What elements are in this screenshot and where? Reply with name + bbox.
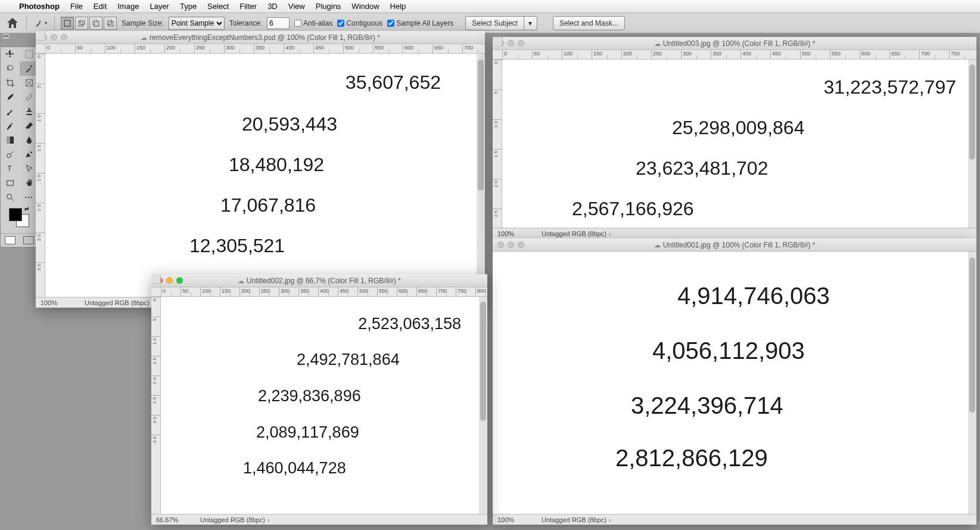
screen-mode-button[interactable]: [23, 236, 34, 244]
antialias-label: Anti-alias: [303, 19, 332, 27]
squares-int-icon: [107, 20, 114, 27]
color-profile[interactable]: Untagged RGB (8bpc)›: [542, 230, 611, 237]
vertical-scrollbar[interactable]: [477, 54, 485, 297]
maximize-button[interactable]: [61, 34, 67, 41]
marquee-icon: [24, 49, 34, 59]
zoom-level[interactable]: 100%: [497, 230, 531, 237]
horizontal-ruler[interactable]: 0501001502002503003504004505005506006507…: [36, 44, 485, 54]
bandage-icon: [24, 92, 34, 102]
vertical-ruler[interactable]: 051 01 52 02 53 03 5: [493, 60, 502, 228]
sample-size-select[interactable]: Point Sample: [169, 17, 225, 30]
foreground-color-swatch[interactable]: [9, 208, 22, 221]
selection-add-button[interactable]: [75, 17, 88, 30]
maximize-button[interactable]: [176, 277, 183, 284]
color-profile[interactable]: Untagged RGB (8bpc)›: [85, 299, 154, 306]
quick-mask-button[interactable]: [5, 236, 15, 244]
dodge-tool[interactable]: [1, 147, 20, 162]
minimize-button[interactable]: [166, 277, 173, 284]
status-bar: 100% Untagged RGB (8bpc)›: [493, 228, 976, 238]
document-window-4: ☁Untitled001.jpg @ 100% (Color Fill 1, R…: [493, 238, 976, 525]
mac-menubar: Photoshop File Edit Image Layer Type Sel…: [0, 0, 980, 13]
gradient-icon: [5, 135, 15, 145]
horizontal-ruler[interactable]: 0501001502002503003504004505005506006507…: [493, 50, 976, 60]
menu-window[interactable]: Window: [351, 2, 379, 11]
color-profile[interactable]: Untagged RGB (8bpc)›: [542, 516, 611, 523]
cloud-icon: ☁: [238, 277, 244, 285]
maximize-button[interactable]: [518, 40, 524, 47]
titlebar[interactable]: ☁removeEverythingExceptNumbers3.psd @ 10…: [36, 31, 485, 44]
text-value: 2,239,836,896: [258, 387, 361, 405]
maximize-button[interactable]: [518, 241, 524, 248]
select-and-mask-button[interactable]: Select and Mask...: [553, 16, 625, 30]
menu-3d[interactable]: 3D: [267, 2, 278, 11]
menu-edit[interactable]: Edit: [94, 2, 107, 11]
text-value: 1,460,044,728: [243, 459, 346, 478]
selection-new-button[interactable]: [61, 17, 74, 30]
canvas[interactable]: 4,914,746,063 4,056,112,903 3,224,396,71…: [493, 252, 968, 514]
horizontal-ruler[interactable]: 0501001502002503003504004505005506006507…: [151, 287, 487, 297]
eyedropper-tool[interactable]: [1, 90, 20, 104]
menu-plugins[interactable]: Plugins: [316, 2, 341, 11]
selection-intersect-button[interactable]: [104, 17, 117, 30]
canvas[interactable]: 2,523,063,158 2,492,781,864 2,239,836,89…: [161, 297, 479, 514]
swap-colors-icon[interactable]: ⇄: [24, 206, 29, 212]
tolerance-label: Tolerance:: [229, 19, 262, 27]
brush-tool[interactable]: [1, 104, 20, 119]
tolerance-input[interactable]: [267, 17, 290, 29]
zoom-level[interactable]: 100%: [497, 516, 531, 523]
menu-help[interactable]: Help: [390, 2, 406, 11]
color-swatches[interactable]: ⇄: [1, 204, 38, 233]
gradient-tool[interactable]: [1, 133, 20, 147]
menu-image[interactable]: Image: [117, 2, 139, 11]
zoom-tool[interactable]: [1, 190, 20, 204]
menu-layer[interactable]: Layer: [150, 2, 169, 11]
panel-collapse-handle[interactable]: ««: [2, 33, 10, 39]
lasso-tool[interactable]: [1, 61, 20, 76]
antialias-checkbox[interactable]: Anti-alias: [294, 19, 332, 27]
titlebar[interactable]: ☁Untitled003.jpg @ 100% (Color Fill 1, R…: [493, 37, 976, 50]
zoom-level[interactable]: 66.67%: [156, 516, 189, 523]
canvas[interactable]: 35,607,652 20,593,443 18,480,192 17,067,…: [45, 54, 477, 297]
svg-text:T: T: [7, 165, 12, 173]
minimize-button[interactable]: [51, 34, 57, 41]
type-tool[interactable]: T: [1, 162, 20, 176]
titlebar[interactable]: ☁Untitled001.jpg @ 100% (Color Fill 1, R…: [493, 238, 976, 252]
cloud-icon: ☁: [654, 241, 661, 249]
eraser-icon: [24, 121, 34, 131]
vertical-ruler[interactable]: 051 01 52 02 53 03 5: [36, 54, 45, 297]
sample-all-label: Sample All Layers: [396, 19, 453, 27]
vertical-ruler[interactable]: 051 01 52 02 53 03 5: [151, 297, 161, 514]
minimize-button[interactable]: [508, 40, 514, 47]
close-button[interactable]: [497, 241, 504, 248]
vertical-scrollbar[interactable]: [968, 252, 976, 514]
minimize-button[interactable]: [508, 241, 514, 248]
contiguous-checkbox[interactable]: Contiguous: [337, 19, 382, 27]
select-subject-button[interactable]: Select Subject: [465, 16, 524, 30]
menu-file[interactable]: File: [70, 2, 83, 11]
status-bar: 66.67% Untagged RGB (8bpc)›: [151, 514, 487, 525]
select-subject-dropdown[interactable]: ▾: [524, 16, 537, 30]
frame-icon: [24, 78, 34, 88]
menu-view[interactable]: View: [288, 2, 305, 11]
color-profile[interactable]: Untagged RGB (8bpc)›: [200, 516, 270, 523]
svg-line-19: [11, 199, 14, 201]
titlebar[interactable]: ☁Untitled002.jpg @ 66,7% (Color Fill 1, …: [151, 274, 487, 287]
svg-rect-13: [7, 137, 10, 144]
move-tool[interactable]: [1, 47, 20, 61]
selection-subtract-button[interactable]: [89, 17, 102, 30]
tool-preset-button[interactable]: ▾: [33, 16, 48, 31]
menu-type[interactable]: Type: [180, 2, 197, 11]
menu-filter[interactable]: Filter: [239, 2, 257, 11]
vertical-scrollbar[interactable]: [968, 60, 976, 228]
canvas[interactable]: 31,223,572,797 25,298,009,864 23,623,481…: [502, 60, 968, 228]
menu-select[interactable]: Select: [207, 2, 229, 11]
sample-all-layers-checkbox[interactable]: Sample All Layers: [387, 19, 453, 27]
svg-rect-0: [64, 20, 70, 26]
app-menu[interactable]: Photoshop: [19, 2, 60, 11]
crop-tool[interactable]: [1, 76, 20, 90]
vertical-scrollbar[interactable]: [479, 297, 487, 514]
rectangle-tool[interactable]: [1, 176, 20, 190]
home-button[interactable]: [5, 16, 20, 31]
zoom-level[interactable]: 100%: [41, 299, 74, 306]
history-brush-tool[interactable]: [1, 119, 20, 133]
